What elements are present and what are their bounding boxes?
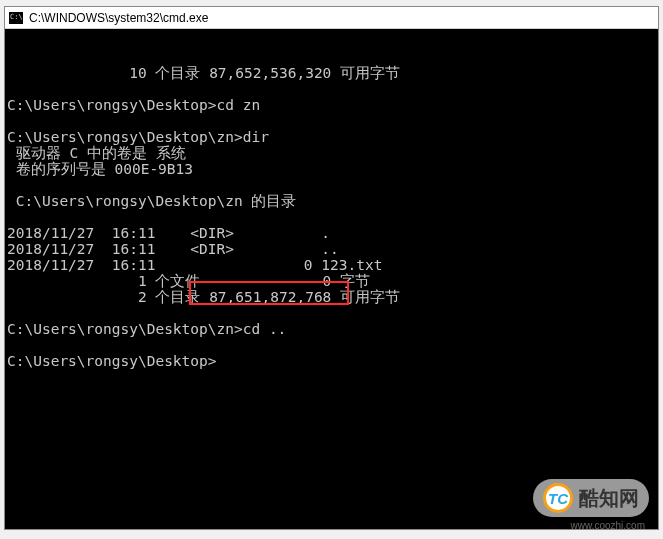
watermark-name: 酷知网 (579, 485, 639, 512)
watermark: TC 酷知网 (533, 479, 649, 517)
watermark-logo-icon: TC (543, 483, 573, 513)
cmd-icon (9, 12, 23, 24)
cmd-window: C:\WINDOWS\system32\cmd.exe 10 个目录 87,65… (4, 6, 659, 530)
titlebar[interactable]: C:\WINDOWS\system32\cmd.exe (5, 7, 658, 29)
terminal-area[interactable]: 10 个目录 87,652,536,320 可用字节 C:\Users\rong… (5, 29, 658, 529)
terminal-output: 10 个目录 87,652,536,320 可用字节 C:\Users\rong… (7, 65, 656, 369)
window-title: C:\WINDOWS\system32\cmd.exe (29, 11, 208, 25)
watermark-url: www.coozhi.com (571, 520, 645, 531)
